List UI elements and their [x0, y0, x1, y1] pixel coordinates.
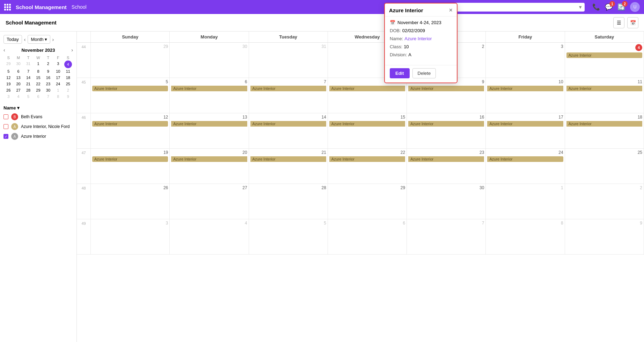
event-bar[interactable]: Azure Interior — [171, 121, 247, 127]
filter-item-azure[interactable]: ✓ A Azure Interior — [3, 133, 73, 140]
cal-day-nov15[interactable]: 15 Azure Interior — [328, 113, 407, 148]
filter-checkbox-azure-nicole[interactable] — [3, 124, 8, 129]
mini-day[interactable]: 10 — [53, 68, 63, 74]
cal-day-nov16[interactable]: 16 Azure Interior — [407, 113, 486, 148]
event-bar[interactable]: Azure Interior — [250, 86, 326, 91]
grid-icon[interactable] — [4, 4, 11, 10]
cal-day-nov9[interactable]: 9 Azure Interior — [407, 78, 486, 113]
cal-day-nov10[interactable]: 10 Azure Interior — [486, 78, 565, 113]
cal-day-nov3[interactable]: 3 — [486, 43, 565, 78]
cal-day-nov18[interactable]: 18 Azure Interior — [565, 113, 644, 148]
mini-day[interactable]: 21 — [23, 81, 33, 87]
mini-day[interactable]: 15 — [33, 74, 43, 81]
mini-day[interactable]: 20 — [13, 81, 23, 87]
cal-day-dec9[interactable]: 9 — [565, 219, 644, 254]
chat-icon[interactable]: 💬 1 — [605, 3, 613, 11]
filter-item-azure-nicole[interactable]: A Azure Interior, Nicole Ford — [3, 123, 73, 130]
cal-day-oct31[interactable]: 31 — [249, 43, 328, 78]
event-bar[interactable]: Azure Interior — [487, 121, 563, 127]
cal-day-nov5[interactable]: 5 Azure Interior — [91, 78, 170, 113]
cal-day-dec6[interactable]: 6 — [328, 219, 407, 254]
month-select-button[interactable]: Month ▾ — [28, 35, 50, 44]
cal-day-nov28[interactable]: 28 — [249, 184, 328, 219]
event-bar[interactable]: Azure Interior — [408, 86, 484, 91]
mini-day[interactable]: 5 — [23, 93, 33, 100]
list-view-icon[interactable]: ☰ — [613, 17, 624, 28]
cal-day-nov29[interactable]: 29 — [328, 184, 407, 219]
mini-day[interactable]: 25 — [63, 81, 73, 87]
cal-day-nov26[interactable]: 26 — [91, 184, 170, 219]
mini-day[interactable]: 30 — [13, 60, 23, 68]
mini-day[interactable]: 31 — [23, 60, 33, 68]
event-bar[interactable]: Azure Interior — [171, 156, 247, 162]
mini-day[interactable]: 22 — [33, 81, 43, 87]
mini-day[interactable]: 27 — [13, 87, 23, 93]
cal-day-nov20[interactable]: 20 Azure Interior — [170, 149, 249, 184]
event-bar[interactable]: Azure Interior — [171, 86, 247, 91]
cal-day-nov13[interactable]: 13 Azure Interior — [170, 113, 249, 148]
cal-day-nov23[interactable]: 23 Azure Interior — [407, 149, 486, 184]
mini-day[interactable]: 2 — [63, 87, 73, 93]
cal-day-dec1[interactable]: 1 — [486, 184, 565, 219]
mini-day[interactable]: 19 — [3, 81, 13, 87]
search-dropdown-icon[interactable]: ▼ — [578, 5, 583, 10]
mini-day[interactable]: 24 — [53, 81, 63, 87]
mini-day[interactable]: 7 — [23, 68, 33, 74]
filter-header[interactable]: Name ▾ — [3, 105, 73, 111]
mini-day[interactable]: 6 — [33, 93, 43, 100]
event-bar[interactable]: Azure Interior — [92, 86, 168, 91]
mini-day[interactable]: 16 — [43, 74, 53, 81]
filter-checkbox-beth[interactable] — [3, 114, 8, 119]
today-button[interactable]: Today — [3, 35, 22, 44]
cal-day-dec7[interactable]: 7 — [407, 219, 486, 254]
user-avatar[interactable]: U — [630, 2, 640, 12]
event-bar[interactable]: Azure Interior — [408, 121, 484, 127]
mini-day[interactable]: 6 — [13, 68, 23, 74]
delete-button[interactable]: Delete — [412, 68, 436, 78]
popup-close-button[interactable]: × — [449, 7, 453, 13]
mini-day[interactable]: 8 — [53, 93, 63, 100]
mini-day[interactable]: 13 — [13, 74, 23, 81]
mini-day[interactable]: 17 — [53, 74, 63, 81]
cal-day-dec2[interactable]: 2 — [565, 184, 644, 219]
cal-day-nov21[interactable]: 21 Azure Interior — [249, 149, 328, 184]
mini-day[interactable]: 29 — [33, 87, 43, 93]
mini-day[interactable]: 29 — [3, 60, 13, 68]
mini-day[interactable]: 18 — [63, 74, 73, 81]
mini-day[interactable]: 8 — [33, 68, 43, 74]
cal-day-dec4[interactable]: 4 — [170, 219, 249, 254]
cal-day-nov8[interactable]: 8 Azure Interior — [328, 78, 407, 113]
edit-button[interactable]: Edit — [390, 68, 410, 78]
cal-day-nov25[interactable]: 25 — [565, 149, 644, 184]
event-bar[interactable]: Azure Interior — [487, 86, 563, 91]
event-bar[interactable]: Azure Interior — [250, 156, 326, 162]
cal-day-nov27[interactable]: 27 — [170, 184, 249, 219]
mini-day[interactable]: 3 — [53, 60, 63, 68]
cal-day-oct29[interactable]: 29 — [91, 43, 170, 78]
mini-day[interactable]: 11 — [63, 68, 73, 74]
cal-day-dec3[interactable]: 3 — [91, 219, 170, 254]
cal-day-nov17[interactable]: 17 Azure Interior — [486, 113, 565, 148]
cal-day-nov22[interactable]: 22 Azure Interior — [328, 149, 407, 184]
event-bar[interactable]: Azure Interior — [329, 121, 405, 127]
event-bar[interactable]: Azure Interior — [329, 86, 405, 91]
event-bar[interactable]: Azure Interior — [408, 156, 484, 162]
cal-day-dec8[interactable]: 8 — [486, 219, 565, 254]
calendar-view-icon[interactable]: 📅 — [627, 17, 638, 28]
event-bar[interactable]: Azure Interior — [487, 156, 563, 162]
cal-day-nov24[interactable]: 24 Azure Interior — [486, 149, 565, 184]
mini-prev-button[interactable]: ‹ — [3, 47, 5, 53]
event-bar[interactable]: Azure Interior — [92, 121, 168, 127]
mini-day[interactable]: 1 — [53, 87, 63, 93]
event-bar[interactable]: Azure Interior — [566, 121, 642, 127]
mini-day-today[interactable]: 4 — [64, 60, 72, 68]
cal-day-nov11[interactable]: 11 Azure Interior — [565, 78, 644, 113]
cal-day-nov7[interactable]: 7 Azure Interior — [249, 78, 328, 113]
mini-day[interactable]: 7 — [43, 93, 53, 100]
mini-day[interactable]: 30 — [43, 87, 53, 93]
cal-day-nov30[interactable]: 30 — [407, 184, 486, 219]
cal-day-nov12[interactable]: 12 Azure Interior — [91, 113, 170, 148]
mini-day[interactable]: 12 — [3, 74, 13, 81]
mini-next-button[interactable]: › — [71, 47, 73, 53]
phone-icon[interactable]: 📞 — [592, 3, 600, 11]
